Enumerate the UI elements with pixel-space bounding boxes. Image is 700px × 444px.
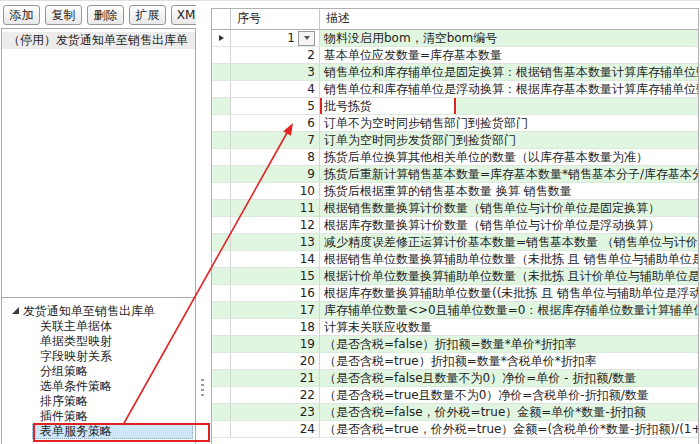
row-description-cell[interactable]: 订单为空时同步发货部门到捡货部门 (320, 132, 698, 149)
row-marker-cell (212, 353, 231, 370)
row-description-cell[interactable]: 库存辅单位数量<>0且辅单位数量=0：根据库存辅单位数量计算辅单位数量 (320, 302, 698, 319)
row-description-cell[interactable]: 计算未关联应收数量 (320, 319, 698, 336)
tree-item-表单服务策略[interactable]: 表单服务策略 (2, 424, 195, 439)
tree-item-关联主单据体[interactable]: 关联主单据体 (2, 319, 195, 334)
table-row[interactable]: 11 根据销售数量换算计价数量（销售单位与计价单位是固定换算） (212, 200, 698, 217)
row-number-cell[interactable]: 16 (231, 285, 320, 302)
row-description-cell[interactable]: 根据销售数量换算计价数量（销售单位与计价单位是固定换算） (320, 200, 698, 217)
row-description-cell[interactable]: 拣货后根据重算的销售基本数量 换算 销售数量 (320, 183, 698, 200)
row-description-cell[interactable]: 拣货后重新计算销售基本数量=库存基本数量*销售基本分子/库存基本分母 (320, 166, 698, 183)
row-number-cell[interactable]: 4 (231, 81, 320, 98)
row-number-cell[interactable]: 23 (231, 404, 320, 421)
row-number-cell[interactable]: 3 (231, 64, 320, 81)
table-row[interactable]: 20 （是否含税=true）折扣额=数量*含税单价*折扣率 (212, 353, 698, 370)
tree-item-排序策略[interactable]: 排序策略 (2, 394, 195, 409)
copy-button[interactable]: 复制 (45, 5, 82, 25)
tree-item-选单条件策略[interactable]: 选单条件策略 (2, 379, 195, 394)
row-number-cell[interactable]: 22 (231, 387, 320, 404)
table-row[interactable]: 8 拣货后单位换算其他相关单位的数量（以库存基本数量为准） (212, 149, 698, 166)
table-row[interactable]: 7 订单为空时同步发货部门到捡货部门 (212, 132, 698, 149)
table-row[interactable]: 15 根据计价单位数量换算辅助单位数量（未批拣 且计价单位与辅助单位是固定换算） (212, 268, 698, 285)
chevron-down-icon (304, 36, 310, 40)
row-number-cell[interactable]: 19 (231, 336, 320, 353)
row-number-cell[interactable]: 1 (231, 30, 320, 47)
tree-item-插件策略[interactable]: 插件策略 (2, 409, 195, 424)
row-number-cell[interactable]: 12 (231, 217, 320, 234)
row-number-cell[interactable]: 20 (231, 353, 320, 370)
table-row[interactable]: 22 （是否含税=true且数量不为0）净价=含税单价-折扣额/数量 (212, 387, 698, 404)
row-number-cell[interactable]: 7 (231, 132, 320, 149)
tree-root-label: 发货通知单至销售出库单 (23, 304, 155, 318)
row-description: 计算未关联应收数量 (320, 320, 432, 334)
table-row[interactable]: 19 （是否含税=false）折扣额=数量*单价*折扣率 (212, 336, 698, 353)
row-number-cell[interactable]: 2 (231, 47, 320, 64)
tree-item-字段映射关系[interactable]: 字段映射关系 (2, 349, 195, 364)
table-body: 1 物料没启用bom，清空bom编号 2 基本单位应发数量=库存基本数量 (212, 30, 698, 438)
row-description-cell[interactable]: （是否含税=true且数量不为0）净价=含税单价-折扣额/数量 (320, 387, 698, 404)
extend-button[interactable]: 扩展 (129, 5, 166, 25)
table-row[interactable]: 5 批号拣货 (212, 98, 698, 115)
row-description-cell[interactable]: 基本单位应发数量=库存基本数量 (320, 47, 698, 64)
row-number-cell[interactable]: 6 (231, 115, 320, 132)
tree-item-label: 表单服务策略 (40, 424, 112, 438)
row-number-cell[interactable]: 10 (231, 183, 320, 200)
row-number-cell[interactable]: 11 (231, 200, 320, 217)
row-number-cell[interactable]: 13 (231, 234, 320, 251)
panel-splitter[interactable] (196, 1, 211, 444)
row-number-cell[interactable]: 17 (231, 302, 320, 319)
table-row[interactable]: 18 计算未关联应收数量 (212, 319, 698, 336)
tree-item-单据类型映射[interactable]: 单据类型映射 (2, 334, 195, 349)
table-row[interactable]: 10 拣货后根据重算的销售基本数量 换算 销售数量 (212, 183, 698, 200)
row-description: （是否含税=false）折扣额=数量*单价*折扣率 (320, 337, 577, 351)
row-description-cell[interactable]: （是否含税=true）折扣额=数量*含税单价*折扣率 (320, 353, 698, 370)
row-number-cell[interactable]: 24 (231, 421, 320, 438)
table-row[interactable]: 12 根据库存数量换算计价数量（销售单位与计价单位是浮动换算） (212, 217, 698, 234)
row-number-cell[interactable]: 9 (231, 166, 320, 183)
dropdown-button[interactable] (298, 31, 315, 46)
tree-root-item[interactable]: 发货通知单至销售出库单 (2, 303, 195, 319)
row-description-cell[interactable]: 根据销售单位数量换算辅助单位数量（未批拣 且 销售单位与辅助单位是固定换算） (320, 251, 698, 268)
table-row[interactable]: 1 物料没启用bom，清空bom编号 (212, 30, 698, 47)
table-row[interactable]: 4 销售单位和库存辅单位是浮动换算：根据库存基本数量计算库存辅单位数量 (212, 81, 698, 98)
table-row[interactable]: 16 根据库存数量换算辅助单位数量((未批拣 且 销售单位与辅助单位是浮动换算 … (212, 285, 698, 302)
delete-button[interactable]: 删除 (87, 5, 124, 25)
table-row[interactable]: 3 销售单位和库存辅单位是固定换算：根据销售基本数量计算库存辅单位数量 (212, 64, 698, 81)
row-description-cell[interactable]: 减少精度误差修正运算计价基本数量=销售基本数量 （销售单位与计价单位是固定换算） (320, 234, 698, 251)
list-item-disabled-mapping[interactable]: （停用）发货通知单至销售出库单 (2, 32, 195, 49)
row-description-cell[interactable]: 物料没启用bom，清空bom编号 (320, 30, 698, 47)
table-row[interactable]: 23 （是否含税=false，价外税=true）金额=单价*数量-折扣额 (212, 404, 698, 421)
table-row[interactable]: 9 拣货后重新计算销售基本数量=库存基本数量*销售基本分子/库存基本分母 (212, 166, 698, 183)
row-number-cell[interactable]: 14 (231, 251, 320, 268)
row-number-cell[interactable]: 5 (231, 98, 320, 115)
row-description-cell[interactable]: 销售单位和库存辅单位是固定换算：根据销售基本数量计算库存辅单位数量 (320, 64, 698, 81)
row-number-cell[interactable]: 15 (231, 268, 320, 285)
table-row[interactable]: 24 （是否含税=true，价外税=true）金额=(含税单价*数量-折扣额)/… (212, 421, 698, 438)
row-description-cell[interactable]: 根据计价单位数量换算辅助单位数量（未批拣 且计价单位与辅助单位是固定换算） (320, 268, 698, 285)
row-description-cell[interactable]: （是否含税=false，价外税=true）金额=单价*数量-折扣额 (320, 404, 698, 421)
row-description-cell[interactable]: （是否含税=true，价外税=true）金额=(含税单价*数量-折扣额)/(1+… (320, 421, 698, 438)
table-row[interactable]: 21 （是否含税=false且数量不为0）净价=单价 - 折扣额/数量 (212, 370, 698, 387)
tree-item-分组策略[interactable]: 分组策略 (2, 364, 195, 379)
row-description-cell[interactable]: 根据库存数量换算计价数量（销售单位与计价单位是浮动换算） (320, 217, 698, 234)
row-description-cell[interactable]: （是否含税=false）折扣额=数量*单价*折扣率 (320, 336, 698, 353)
row-number-cell[interactable]: 21 (231, 370, 320, 387)
tree-expanded-icon[interactable] (12, 307, 19, 314)
table-row[interactable]: 2 基本单位应发数量=库存基本数量 (212, 47, 698, 64)
add-button[interactable]: 添加 (3, 5, 40, 25)
row-description-cell[interactable]: 批号拣货 (320, 98, 698, 115)
table-row[interactable]: 14 根据销售单位数量换算辅助单位数量（未批拣 且 销售单位与辅助单位是固定换算… (212, 251, 698, 268)
row-description: 基本单位应发数量=库存基本数量 (320, 48, 502, 62)
row-description-cell[interactable]: （是否含税=false且数量不为0）净价=单价 - 折扣额/数量 (320, 370, 698, 387)
table-row[interactable]: 6 订单不为空时同步销售部门到捡货部门 (212, 115, 698, 132)
row-description-cell[interactable]: 销售单位和库存辅单位是浮动换算：根据库存基本数量计算库存辅单位数量 (320, 81, 698, 98)
table-row[interactable]: 13 减少精度误差修正运算计价基本数量=销售基本数量 （销售单位与计价单位是固定… (212, 234, 698, 251)
column-header-number[interactable]: 序号 (231, 9, 320, 29)
table-row[interactable]: 17 库存辅单位数量<>0且辅单位数量=0：根据库存辅单位数量计算辅单位数量 (212, 302, 698, 319)
column-header-description[interactable]: 描述 (320, 9, 698, 29)
row-description-cell[interactable]: 拣货后单位换算其他相关单位的数量（以库存基本数量为准） (320, 149, 698, 166)
row-description-cell[interactable]: 根据库存数量换算辅助单位数量((未批拣 且 销售单位与辅助单位是浮动换算 and… (320, 285, 698, 302)
row-number-cell[interactable]: 18 (231, 319, 320, 336)
row-description-cell[interactable]: 订单不为空时同步销售部门到捡货部门 (320, 115, 698, 132)
row-description: （是否含税=true且数量不为0）净价=含税单价-折扣额/数量 (320, 388, 649, 402)
row-number-cell[interactable]: 8 (231, 149, 320, 166)
